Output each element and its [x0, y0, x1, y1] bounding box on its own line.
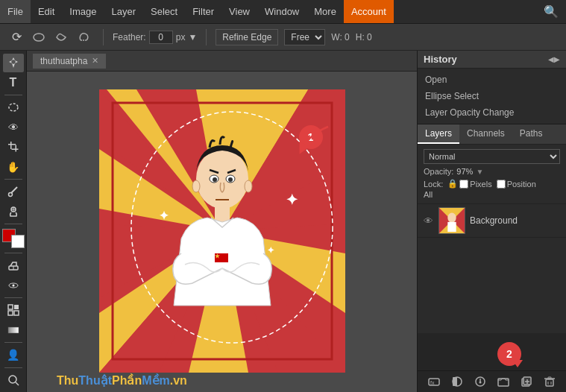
- clone-tool[interactable]: [3, 202, 24, 221]
- svg-rect-19: [8, 311, 13, 315]
- menu-file[interactable]: File: [0, 0, 31, 23]
- move-tool[interactable]: [3, 54, 24, 72]
- lasso-tool-3[interactable]: [51, 28, 72, 47]
- menu-select[interactable]: Select: [143, 0, 185, 23]
- menu-filter[interactable]: Filter: [185, 0, 221, 23]
- svg-point-45: [228, 177, 233, 182]
- tab-layers[interactable]: Layers: [418, 124, 459, 144]
- opacity-value[interactable]: 97%: [456, 167, 473, 176]
- lock-pixels-item[interactable]: 🔒 Pixels: [447, 179, 491, 189]
- tab-channels[interactable]: Channels: [459, 124, 512, 144]
- history-item-ellipse[interactable]: Ellipse Select: [418, 88, 566, 104]
- lasso-tool-4[interactable]: [73, 28, 94, 47]
- tab-close-button[interactable]: ✕: [92, 56, 98, 66]
- layers-controls: Normal Dissolve Multiply Screen Overlay …: [418, 145, 566, 204]
- lasso-tool-1[interactable]: ⟳: [6, 28, 27, 47]
- svg-point-0: [34, 34, 44, 41]
- tool-options-bar: ⟳ Feather: px ▼ Refine Edge Free W: 0 H:…: [0, 24, 566, 51]
- svg-rect-21: [8, 327, 19, 333]
- watermark-mem: Mềm: [142, 374, 170, 387]
- history-item-opacity[interactable]: Layer Opacity Change: [418, 104, 566, 121]
- blend-mode-select[interactable]: Normal Dissolve Multiply Screen Overlay: [424, 149, 560, 164]
- adjustment-button[interactable]: [471, 374, 489, 389]
- history-collapse-button[interactable]: ◀▶: [548, 55, 560, 63]
- right-panel: History ◀▶ Open Ellipse Select Layer Opa…: [417, 51, 566, 392]
- delete-layer-button[interactable]: [541, 374, 559, 389]
- smudge-tool[interactable]: [3, 276, 24, 295]
- lock-position-item[interactable]: Position: [497, 180, 536, 189]
- lasso-tool-2[interactable]: [28, 28, 49, 47]
- person-tool[interactable]: 👤: [3, 346, 24, 364]
- svg-text:fx: fx: [430, 380, 435, 385]
- layers-panel: Layers Channels Paths Normal Dissolve Mu…: [418, 124, 566, 392]
- style-select[interactable]: Free: [284, 29, 325, 45]
- annotation-2-area: 2: [418, 333, 566, 370]
- canvas-container[interactable]: ✦ ✦ ✦ 1: [27, 72, 417, 392]
- new-layer-button[interactable]: [518, 374, 535, 389]
- svg-rect-4: [10, 142, 12, 149]
- eye-tool[interactable]: 👁: [3, 118, 24, 136]
- svg-point-9: [8, 193, 12, 197]
- svg-point-47: [192, 180, 200, 192]
- svg-line-23: [16, 382, 19, 385]
- lock-position-checkbox[interactable]: [497, 180, 506, 189]
- annotation-1-arrow: [295, 119, 332, 157]
- text-tool[interactable]: T: [3, 74, 24, 92]
- history-item-open[interactable]: Open: [418, 72, 566, 88]
- menu-edit[interactable]: Edit: [31, 0, 62, 23]
- svg-text:✦: ✦: [267, 245, 274, 256]
- layer-name-background: Background: [470, 215, 562, 226]
- menu-image[interactable]: Image: [62, 0, 104, 23]
- svg-marker-2: [9, 57, 18, 68]
- svg-rect-77: [548, 377, 551, 379]
- tab-paths[interactable]: Paths: [512, 124, 550, 144]
- svg-rect-5: [8, 144, 16, 145]
- eraser-tool[interactable]: [3, 256, 24, 275]
- svg-rect-18: [14, 305, 19, 309]
- svg-point-3: [9, 104, 18, 111]
- svg-line-8: [11, 187, 17, 193]
- menu-view[interactable]: View: [221, 0, 257, 23]
- opacity-label: Opacity:: [424, 167, 453, 176]
- menu-window[interactable]: Window: [257, 0, 306, 23]
- crop-tool[interactable]: [3, 138, 24, 157]
- feather-label: Feather:: [113, 32, 146, 42]
- search-icon[interactable]: 🔍: [536, 0, 566, 23]
- canvas-tab-bar: thuthuatpha ✕: [27, 51, 417, 72]
- watermark-thuat: Thuật: [78, 374, 112, 387]
- svg-point-48: [245, 180, 252, 192]
- hand-tool[interactable]: ✋: [3, 157, 24, 176]
- gradient-tool[interactable]: [3, 321, 24, 340]
- watermark-vn: .vn: [170, 374, 187, 387]
- svg-point-43: [213, 177, 217, 182]
- layers-list: 👁 Background: [418, 204, 566, 333]
- mask-button[interactable]: [448, 374, 466, 389]
- background-color[interactable]: [11, 235, 25, 248]
- feather-input[interactable]: [149, 31, 173, 44]
- layer-thumbnail: [438, 207, 465, 234]
- layer-visibility-icon[interactable]: 👁: [422, 215, 434, 227]
- svg-point-22: [9, 376, 16, 383]
- menu-layer[interactable]: Layer: [104, 0, 144, 23]
- all-label: All: [424, 190, 433, 199]
- group-button[interactable]: [494, 374, 512, 389]
- svg-point-15: [12, 284, 14, 286]
- fx-button[interactable]: fx: [425, 374, 443, 389]
- layer-item-background[interactable]: 👁 Background: [418, 204, 566, 238]
- annotation-2-arrow: [510, 347, 525, 369]
- refine-edge-button[interactable]: Refine Edge: [216, 29, 278, 45]
- canvas-tab-thuthuatpha[interactable]: thuthuatpha ✕: [33, 54, 106, 69]
- zoom-tool[interactable]: [3, 370, 24, 389]
- feather-group: Feather: px ▼: [113, 31, 197, 44]
- lock-pixels-checkbox[interactable]: [459, 180, 468, 189]
- svg-rect-75: [546, 379, 553, 386]
- shape-tool[interactable]: [3, 301, 24, 320]
- opacity-dropdown-arrow[interactable]: ▼: [476, 168, 483, 176]
- menu-account[interactable]: Account: [344, 0, 394, 23]
- feather-arrow[interactable]: ▼: [188, 32, 197, 42]
- menu-more[interactable]: More: [306, 0, 344, 23]
- opacity-row: Opacity: 97% ▼: [424, 167, 560, 176]
- ellipse-select-tool[interactable]: [3, 98, 24, 117]
- menu-bar: File Edit Image Layer Select Filter View…: [0, 0, 566, 24]
- brush-tool[interactable]: [3, 183, 24, 201]
